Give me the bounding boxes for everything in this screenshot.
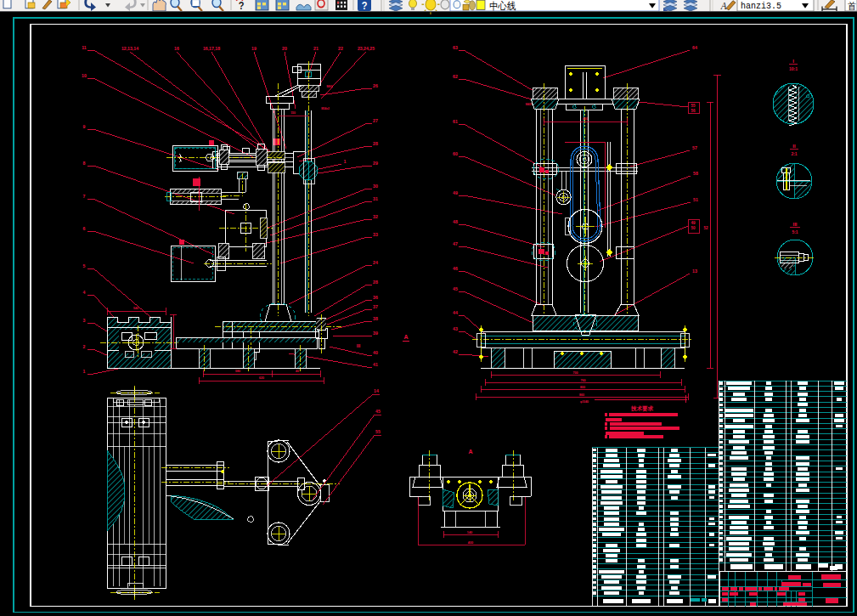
svg-text:40: 40 [373, 350, 378, 355]
svg-text:23,24,25: 23,24,25 [358, 46, 375, 51]
svg-text:2: 2 [83, 344, 86, 349]
svg-text:M34x2: M34x2 [321, 107, 330, 110]
svg-text:760: 760 [581, 379, 586, 382]
svg-text:1: 1 [83, 369, 86, 374]
svg-text:580: 580 [235, 370, 240, 373]
svg-text:21: 21 [313, 46, 319, 51]
svg-text:44: 44 [453, 310, 458, 315]
svg-text:51: 51 [693, 197, 698, 202]
svg-text:52: 52 [703, 226, 708, 230]
svg-text:45: 45 [453, 286, 458, 291]
svg-text:62: 62 [453, 74, 458, 79]
svg-text:19: 19 [251, 46, 257, 51]
svg-text:58: 58 [693, 171, 698, 176]
svg-text:400: 400 [468, 541, 473, 545]
svg-text:38: 38 [373, 316, 378, 321]
svg-text:800: 800 [580, 386, 585, 389]
svg-text:III: III [357, 343, 361, 348]
svg-text:3: 3 [83, 318, 86, 323]
svg-text:30: 30 [373, 184, 378, 189]
svg-text:49: 49 [453, 190, 458, 195]
svg-text:12,13,14: 12,13,14 [121, 46, 138, 51]
svg-text:16,17,18: 16,17,18 [203, 46, 220, 51]
svg-text:36: 36 [373, 295, 378, 300]
svg-text:56: 56 [691, 109, 696, 113]
svg-text:首: 首 [848, 0, 856, 11]
svg-text:5: 5 [83, 263, 86, 268]
svg-text:540: 540 [133, 307, 138, 310]
svg-text:16: 16 [174, 46, 179, 51]
svg-text:hanzi3.5: hanzi3.5 [741, 1, 781, 12]
svg-text:39: 39 [373, 331, 378, 336]
svg-text:860: 860 [579, 393, 584, 397]
svg-text:10: 10 [82, 73, 87, 78]
svg-text:M45: M45 [526, 103, 532, 106]
svg-text:43: 43 [453, 326, 458, 331]
svg-text:57: 57 [692, 145, 697, 150]
svg-text:13: 13 [692, 268, 697, 274]
svg-text:?: ? [239, 0, 245, 11]
svg-text:A: A [468, 449, 472, 455]
svg-text:1: 1 [343, 159, 346, 164]
svg-text:28: 28 [373, 141, 378, 146]
svg-text:M60: M60 [327, 85, 333, 88]
svg-text:55: 55 [691, 104, 696, 108]
svg-text:24: 24 [373, 260, 378, 265]
svg-text:460: 460 [583, 117, 588, 121]
svg-text:A: A [720, 0, 727, 12]
svg-text:42: 42 [453, 349, 458, 354]
svg-text:II: II [792, 144, 796, 149]
svg-text:49: 49 [691, 221, 696, 225]
svg-text:中心线: 中心线 [489, 0, 516, 11]
svg-text:700: 700 [573, 371, 578, 375]
svg-text:2:1: 2:1 [791, 151, 797, 156]
svg-text:27: 27 [373, 118, 378, 123]
svg-text:50: 50 [691, 226, 696, 230]
svg-text:48: 48 [453, 219, 458, 224]
svg-text:29: 29 [373, 161, 378, 166]
svg-text:5:1: 5:1 [792, 229, 798, 235]
svg-text:47: 47 [453, 241, 458, 246]
svg-text:III: III [792, 222, 797, 227]
svg-text:11: 11 [82, 45, 87, 50]
svg-text:37: 37 [373, 304, 378, 309]
svg-text:22: 22 [338, 46, 343, 51]
svg-text:A: A [403, 334, 408, 340]
svg-text:64: 64 [692, 45, 697, 50]
svg-text:20: 20 [282, 46, 287, 51]
svg-text:33: 33 [373, 232, 378, 237]
svg-text:8: 8 [83, 161, 86, 166]
svg-text:技术要求: 技术要求 [630, 405, 654, 412]
svg-text:32: 32 [373, 214, 378, 219]
svg-text:φ1040: φ1040 [580, 400, 589, 404]
svg-text:26: 26 [373, 83, 378, 88]
svg-text:4: 4 [83, 290, 86, 295]
svg-text:14: 14 [374, 388, 379, 393]
svg-text:63: 63 [453, 45, 458, 50]
svg-text:41: 41 [373, 362, 378, 367]
svg-text:150: 150 [290, 111, 296, 115]
svg-text:140: 140 [467, 531, 472, 534]
svg-text:28: 28 [373, 280, 378, 285]
svg-text:45: 45 [375, 409, 381, 414]
svg-text:7: 7 [83, 194, 86, 199]
svg-text:620: 620 [259, 376, 264, 380]
svg-text:46: 46 [453, 266, 458, 271]
svg-text:31: 31 [373, 196, 378, 201]
svg-text:61: 61 [453, 119, 458, 124]
svg-text:6: 6 [83, 226, 86, 231]
svg-text:10:1: 10:1 [789, 66, 798, 71]
svg-text:55: 55 [375, 429, 381, 434]
svg-text:?: ? [362, 0, 368, 11]
svg-text:40: 40 [296, 370, 299, 373]
svg-text:9: 9 [83, 124, 86, 129]
svg-text:60: 60 [453, 151, 458, 156]
